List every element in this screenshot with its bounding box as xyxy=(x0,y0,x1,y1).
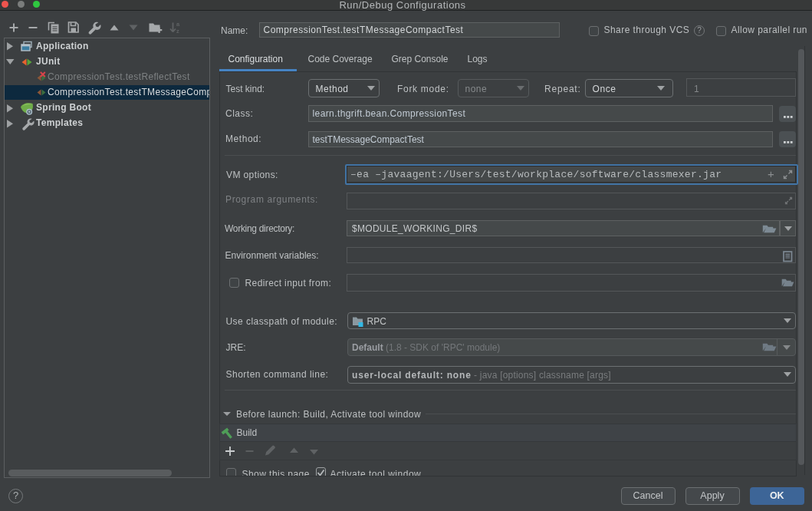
svg-text:z: z xyxy=(176,28,179,35)
svg-text:a: a xyxy=(176,21,180,28)
